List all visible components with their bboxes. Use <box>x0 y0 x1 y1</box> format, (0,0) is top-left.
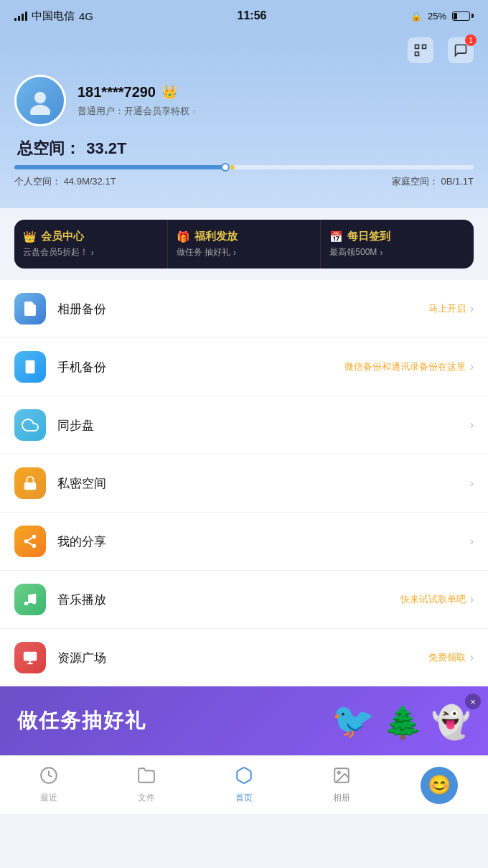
private-space-icon <box>14 467 46 499</box>
resource-label: 资源广场 <box>57 650 428 666</box>
svg-rect-10 <box>26 360 35 373</box>
network-label: 4G <box>79 10 93 22</box>
menu-item-my-share[interactable]: 我的分享 › <box>0 513 488 571</box>
bottom-nav: 最近 文件 首页 相册 😊 <box>0 755 488 814</box>
nav-recent-label: 最近 <box>40 792 57 804</box>
svg-rect-0 <box>416 45 419 49</box>
tree-decoration: 🌲 <box>383 704 423 741</box>
music-hint: 快来试试歌单吧 <box>400 593 466 606</box>
album-backup-arrow: › <box>470 302 474 315</box>
private-space-label: 私密空间 <box>57 475 466 492</box>
music-arrow: › <box>470 593 474 606</box>
svg-point-14 <box>24 539 29 543</box>
my-share-arrow: › <box>470 535 474 548</box>
nav-album[interactable]: 相册 <box>293 760 390 810</box>
message-button[interactable]: 1 <box>448 37 474 63</box>
avatar[interactable] <box>14 75 66 126</box>
my-share-label: 我的分享 <box>57 533 466 550</box>
ad-close-button[interactable]: × <box>465 694 481 709</box>
ad-banner[interactable]: 做任务抽好礼 × 🐦 🌲 👻 <box>0 686 488 755</box>
header: 1 181****7290 👑 普通用户：开通会员享特权 › 总空间： 33.2… <box>0 32 488 208</box>
status-right: 🔒 25% <box>410 11 474 22</box>
ad-text: 做任务抽好礼 <box>17 707 146 734</box>
checkin-icon: 📅 <box>329 230 343 243</box>
menu-item-phone-backup[interactable]: 手机备份 微信备份和通讯录备份在这里 › <box>0 338 488 396</box>
checkin-button[interactable]: 📅 每日签到 最高领500M › <box>321 220 474 269</box>
header-icons: 1 <box>14 37 474 63</box>
music-label: 音乐播放 <box>57 592 400 608</box>
phone-backup-label: 手机备份 <box>57 359 344 375</box>
menu-list: 相册备份 马上开启 › 手机备份 微信备份和通讯录备份在这里 › 同步盘 › <box>0 280 488 686</box>
nav-album-icon <box>332 766 351 789</box>
svg-point-18 <box>24 602 29 606</box>
lock-icon: 🔒 <box>410 11 422 22</box>
crown-icon: 👑 <box>161 84 177 100</box>
nav-smiley-icon: 😊 <box>421 767 458 804</box>
profile-info: 181****7290 👑 普通用户：开通会员享特权 › <box>78 84 474 118</box>
profile-tag[interactable]: 普通用户：开通会员享特权 › <box>78 105 474 118</box>
nav-home-label: 首页 <box>235 792 253 804</box>
svg-rect-20 <box>24 652 37 661</box>
member-center-icon: 👑 <box>23 230 37 243</box>
album-backup-hint: 马上开启 <box>428 302 466 315</box>
battery-label: 25% <box>428 11 446 22</box>
message-badge: 1 <box>465 34 477 46</box>
nav-files-icon <box>137 766 156 789</box>
profile-name: 181****7290 👑 <box>78 84 474 101</box>
svg-rect-1 <box>423 45 426 49</box>
nav-home[interactable]: 首页 <box>195 760 293 810</box>
member-center-button[interactable]: 👑 会员中心 云盘会员5折起！ › <box>14 220 168 269</box>
checkin-arrow: › <box>380 248 383 258</box>
svg-point-25 <box>338 772 340 774</box>
ad-decorations: 🐦 🌲 👻 <box>332 701 471 741</box>
private-space-arrow: › <box>470 477 474 490</box>
resource-icon <box>14 642 46 673</box>
carrier-label: 中国电信 <box>32 9 75 23</box>
personal-storage: 个人空间： 44.9M/32.1T <box>14 175 116 188</box>
phone-backup-icon <box>14 351 46 383</box>
storage-details: 个人空间： 44.9M/32.1T 家庭空间： 0B/1.1T <box>14 175 474 188</box>
battery-icon <box>452 11 474 21</box>
svg-point-13 <box>32 535 37 539</box>
nav-files-label: 文件 <box>138 792 155 804</box>
status-left: 中国电信 4G <box>14 9 93 23</box>
phone-backup-hint: 微信备份和通讯录备份在这里 <box>344 360 466 373</box>
nav-home-icon <box>235 766 253 789</box>
nav-recent-icon <box>39 766 58 789</box>
nav-files[interactable]: 文件 <box>98 760 195 810</box>
status-bar: 中国电信 4G 11:56 🔒 25% <box>0 0 488 32</box>
music-icon <box>14 584 46 615</box>
my-share-icon <box>14 526 46 557</box>
menu-item-sync-disk[interactable]: 同步盘 › <box>0 396 488 454</box>
family-storage: 家庭空间： 0B/1.1T <box>392 175 474 188</box>
menu-item-music[interactable]: 音乐播放 快来试试歌单吧 › <box>0 571 488 629</box>
album-backup-icon <box>14 293 46 325</box>
welfare-button[interactable]: 🎁 福利发放 做任务 抽好礼 › <box>168 220 322 269</box>
svg-line-16 <box>28 542 32 545</box>
ghost-decoration: 👻 <box>431 704 471 741</box>
welfare-icon: 🎁 <box>177 230 190 243</box>
scan-button[interactable] <box>408 37 433 63</box>
sync-disk-arrow: › <box>470 419 474 431</box>
profile-section: 181****7290 👑 普通用户：开通会员享特权 › <box>14 75 474 126</box>
menu-item-private-space[interactable]: 私密空间 › <box>0 454 488 513</box>
nav-recent[interactable]: 最近 <box>0 760 98 810</box>
nav-album-label: 相册 <box>333 792 350 804</box>
phone-backup-arrow: › <box>470 360 474 373</box>
menu-item-album-backup[interactable]: 相册备份 马上开启 › <box>0 280 488 338</box>
resource-arrow: › <box>470 651 474 664</box>
welfare-arrow: › <box>233 248 236 258</box>
album-backup-label: 相册备份 <box>57 301 428 317</box>
svg-point-19 <box>32 600 37 605</box>
sync-disk-label: 同步盘 <box>57 417 466 434</box>
menu-item-resource[interactable]: 资源广场 免费领取 › <box>0 629 488 686</box>
svg-point-8 <box>30 105 50 115</box>
nav-profile[interactable]: 😊 <box>390 761 488 810</box>
svg-rect-2 <box>416 52 419 56</box>
svg-point-7 <box>34 92 46 103</box>
member-banner: 👑 会员中心 云盘会员5折起！ › 🎁 福利发放 做任务 抽好礼 › 📅 每日签… <box>14 220 474 269</box>
resource-hint: 免费领取 <box>428 651 466 664</box>
member-center-arrow: › <box>91 248 94 258</box>
time-label: 11:56 <box>238 9 267 22</box>
svg-point-15 <box>32 544 37 549</box>
